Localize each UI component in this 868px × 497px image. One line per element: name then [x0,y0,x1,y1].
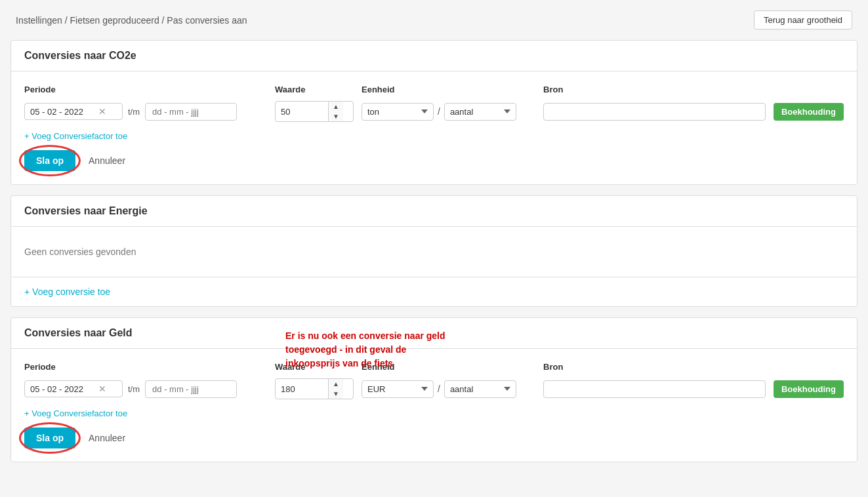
co2-slash: / [438,106,440,117]
section-co2: Conversies naar CO2e Periode Waarde Eenh… [10,40,858,185]
geld-date-start-wrap: ✕ [24,380,123,397]
section-energie: Conversies naar Energie Geen conversies … [10,195,858,307]
geld-date-start-input[interactable] [30,384,96,394]
co2-col-source: Bron [543,85,844,94]
co2-unit2-select[interactable]: aantal stuks kg [444,103,516,121]
co2-value-up[interactable]: ▲ [329,102,343,111]
co2-save-button[interactable]: Sla op [24,150,75,171]
geld-value-wrap: ▲ ▼ [275,378,354,399]
geld-col-headers: Periode Waarde Eenheid Bron [24,362,844,372]
geld-save-button[interactable]: Sla op [24,427,75,448]
co2-col-headers: Periode Waarde Eenheid Bron [24,85,844,94]
section-co2-body: Periode Waarde Eenheid Bron ✕ t/m [11,71,857,184]
geld-col-unit: Eenheid [362,362,535,372]
geld-unit-select[interactable]: EUR USD GBP [362,380,434,398]
geld-add-factor-link[interactable]: + Voeg Conversiefactor toe [24,408,844,418]
geld-date-start-clear[interactable]: ✕ [98,384,106,394]
co2-row: ✕ t/m ▲ ▼ ton kg [24,101,844,122]
co2-unit-group: ton kg g / aantal stuks kg [362,103,535,121]
co2-date-start-clear[interactable]: ✕ [98,106,106,117]
geld-unit-group: EUR USD GBP / aantal stuks kg [362,380,535,398]
co2-action-buttons: Sla op Annuleer [24,150,844,171]
co2-source-input[interactable] [543,103,766,121]
geld-col-source: Bron [543,362,844,372]
geld-value-spinner: ▲ ▼ [328,379,343,399]
co2-value-spinner: ▲ ▼ [328,102,343,121]
co2-col-value: Waarde [275,85,354,94]
geld-cancel-button[interactable]: Annuleer [81,427,133,448]
section-geld-title: Conversies naar Geld [11,318,857,349]
geld-value-down[interactable]: ▼ [329,389,343,399]
section-co2-title: Conversies naar CO2e [11,41,857,71]
co2-col-period: Periode [24,85,267,94]
top-bar: Instellingen / Fietsen geproduceerd / Pa… [0,0,868,40]
co2-col-unit: Eenheid [362,85,535,94]
co2-date-start-input[interactable] [30,107,96,117]
geld-value-up[interactable]: ▲ [329,379,343,389]
co2-save-btn-wrap: Sla op [24,150,75,171]
geld-boekhouding-button[interactable]: Boekhouding [774,380,844,398]
energie-no-conversions: Geen conversies gevonden [24,240,844,264]
section-energie-body: Geen conversies gevonden [11,227,857,277]
geld-slash: / [438,384,440,394]
geld-col-value: Waarde [275,362,354,372]
co2-add-factor-link[interactable]: + Voeg Conversiefactor toe [24,131,844,141]
co2-value-down[interactable]: ▼ [329,111,343,121]
section-geld: Conversies naar Geld Periode Waarde Eenh… [10,317,858,462]
section-geld-body: Periode Waarde Eenheid Bron ✕ t/m [11,349,857,462]
co2-date-end-input[interactable] [145,103,237,121]
back-button[interactable]: Terug naar grootheid [754,10,852,30]
co2-cancel-button[interactable]: Annuleer [81,150,133,171]
energie-add-conversion-link[interactable]: + Voeg conversie toe [11,277,857,306]
geld-value-input[interactable] [276,381,328,397]
co2-date-start-wrap: ✕ [24,103,123,120]
geld-tm: t/m [128,384,140,394]
co2-value-wrap: ▲ ▼ [275,101,354,122]
geld-col-period: Periode [24,362,267,372]
geld-period-group: ✕ t/m [24,380,267,398]
geld-date-end-input[interactable] [145,380,237,398]
geld-row: ✕ t/m ▲ ▼ EUR USD [24,378,844,399]
breadcrumb: Instellingen / Fietsen geproduceerd / Pa… [16,15,247,26]
geld-unit2-select[interactable]: aantal stuks kg [444,380,516,398]
co2-value-input[interactable] [276,104,328,120]
co2-tm: t/m [128,107,140,117]
section-energie-title: Conversies naar Energie [11,196,857,227]
co2-boekhouding-button[interactable]: Boekhouding [774,103,844,121]
co2-period-group: ✕ t/m [24,103,267,121]
geld-action-buttons: Sla op Annuleer [24,427,844,448]
geld-save-btn-wrap: Sla op [24,427,75,448]
geld-source-input[interactable] [543,380,766,398]
co2-unit-select[interactable]: ton kg g [362,103,434,121]
